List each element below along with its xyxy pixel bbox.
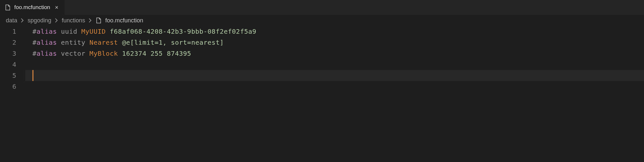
breadcrumb-seg-data[interactable]: data (6, 17, 17, 24)
code-editor[interactable]: 1 2 3 4 5 6 #alias uuid MyUUID f68af068-… (0, 26, 644, 92)
line-number: 5 (0, 70, 16, 81)
line-number: 1 (0, 26, 16, 37)
code-line[interactable]: #alias uuid MyUUID f68af068-4208-42b3-9b… (25, 26, 644, 37)
breadcrumb: data spgoding functions foo.mcfunction (0, 15, 644, 26)
file-icon (95, 17, 102, 24)
close-icon[interactable]: × (54, 4, 60, 11)
line-number-gutter: 1 2 3 4 5 6 (0, 26, 25, 92)
breadcrumb-seg-functions[interactable]: functions (62, 17, 85, 24)
tab-label: foo.mcfunction (14, 4, 50, 11)
code-line[interactable] (25, 81, 644, 92)
chevron-right-icon (88, 18, 92, 23)
tab-bar: foo.mcfunction × (0, 0, 644, 15)
breadcrumb-seg-spgoding[interactable]: spgoding (28, 17, 51, 24)
chevron-right-icon (55, 18, 58, 23)
breadcrumb-file-label: foo.mcfunction (105, 17, 143, 24)
code-line[interactable]: #alias entity Nearest @e[limit=1, sort=n… (25, 37, 644, 48)
code-line[interactable] (25, 59, 644, 70)
code-line[interactable]: #alias vector MyBlock 162374 255 874395 (25, 48, 644, 59)
line-number: 6 (0, 81, 16, 92)
code-area[interactable]: #alias uuid MyUUID f68af068-4208-42b3-9b… (25, 26, 644, 92)
line-number: 2 (0, 37, 16, 48)
line-number: 3 (0, 48, 16, 59)
tab-foo-mcfunction[interactable]: foo.mcfunction × (0, 0, 65, 15)
chevron-right-icon (20, 18, 24, 23)
breadcrumb-seg-file[interactable]: foo.mcfunction (95, 17, 143, 24)
line-number: 4 (0, 59, 16, 70)
text-cursor (32, 70, 33, 81)
code-line-current[interactable] (25, 70, 644, 81)
file-icon (5, 4, 11, 11)
